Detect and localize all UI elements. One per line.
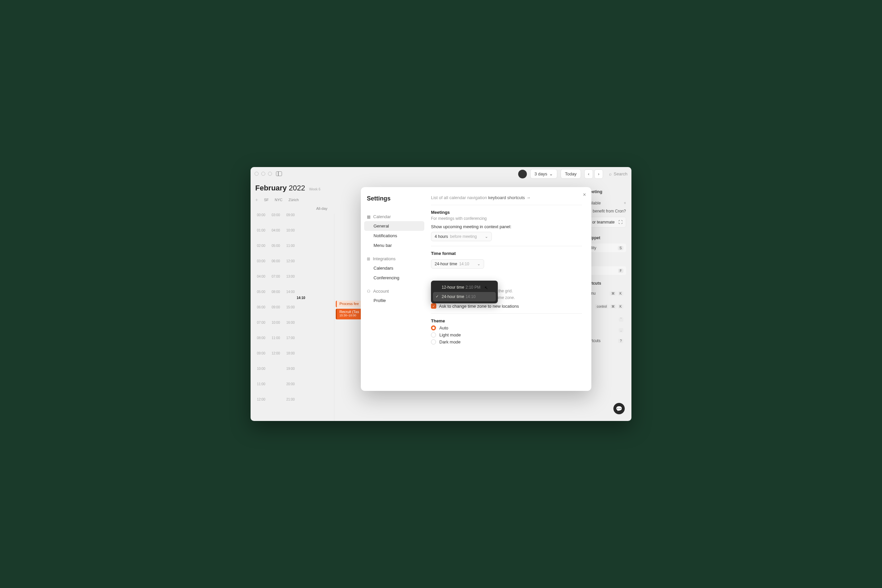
time-format-select[interactable]: 24-hour time 14:10 ⌄ — [431, 259, 484, 268]
theme-option[interactable]: Dark mode — [431, 339, 582, 345]
add-timezone-icon[interactable]: + — [255, 197, 258, 202]
timezone-row[interactable]: + SF NYC Zürich — [255, 197, 329, 202]
settings-nav-item[interactable]: General — [364, 221, 424, 231]
next-button[interactable]: › — [594, 170, 603, 179]
settings-nav-item[interactable]: Notifications — [364, 231, 424, 240]
close-icon[interactable]: × — [624, 201, 626, 206]
settings-title: Settings — [364, 195, 424, 202]
theme-heading: Theme — [431, 318, 582, 323]
tz-auto-change-checkbox[interactable]: ✓ Ask to change time zone to new locatio… — [431, 303, 582, 309]
settings-group: ⊞Integrations — [364, 254, 424, 263]
chevron-down-icon: ⌄ — [549, 171, 553, 176]
chevron-down-icon: ⌄ — [477, 262, 480, 266]
time-format-dropdown: 12-hour time2:10 PM 24-hour time14:10 — [431, 280, 498, 303]
chevron-down-icon: ⌄ — [485, 234, 488, 239]
settings-modal: × Settings ▦CalendarGeneralNotifications… — [361, 187, 591, 391]
allday-label: All-day — [255, 207, 329, 210]
today-button[interactable]: Today — [561, 169, 581, 179]
topbar: 3 days ⌄ Today ‹ › ⌕ Search — [518, 169, 627, 179]
theme-option[interactable]: Light mode — [431, 332, 582, 338]
settings-nav-item[interactable]: Calendars — [364, 263, 424, 273]
meetings-heading: Meetings — [431, 210, 582, 215]
checkbox-checked-icon: ✓ — [431, 303, 436, 309]
upcoming-meeting-select[interactable]: 4 hours before meeting ⌄ — [431, 232, 492, 241]
traffic-lights[interactable] — [255, 172, 272, 176]
settings-sidebar: Settings ▦CalendarGeneralNotificationsMe… — [361, 187, 428, 391]
view-range-label: 3 days — [534, 171, 547, 176]
sidebar-toggle-icon[interactable] — [276, 171, 282, 176]
settings-nav-item[interactable]: Conferencing — [364, 273, 424, 283]
view-range-select[interactable]: 3 days ⌄ — [530, 169, 557, 179]
time-format-heading: Time format — [431, 251, 582, 256]
gift-icon: ⛶ — [618, 220, 622, 225]
settings-nav-item[interactable]: Profile — [364, 296, 424, 305]
settings-group: ▦Calendar — [364, 212, 424, 221]
time-gutter: February 2022 Week 6 + SF NYC Zürich All… — [250, 184, 334, 421]
week-label: Week 6 — [309, 188, 320, 191]
search-icon: ⌕ — [609, 171, 612, 176]
dropdown-option-24h[interactable]: 24-hour time14:10 — [433, 292, 496, 302]
chat-button[interactable]: 💬 — [614, 403, 625, 414]
close-icon[interactable]: × — [583, 192, 586, 198]
search-input[interactable]: ⌕ Search — [609, 171, 627, 176]
nav-hint[interactable]: List of all calendar navigation keyboard… — [431, 195, 582, 200]
cursor-icon: ↖ — [484, 285, 488, 290]
prev-button[interactable]: ‹ — [584, 170, 593, 179]
theme-option[interactable]: Auto — [431, 326, 582, 330]
month-title: February 2022 — [255, 184, 307, 192]
settings-nav-item[interactable]: Menu bar — [364, 240, 424, 250]
avatar[interactable] — [518, 170, 527, 178]
app-window: 3 days ⌄ Today ‹ › ⌕ Search February 202… — [250, 167, 632, 421]
settings-group: ⚇Account — [364, 286, 424, 296]
chat-icon: 💬 — [616, 406, 622, 412]
